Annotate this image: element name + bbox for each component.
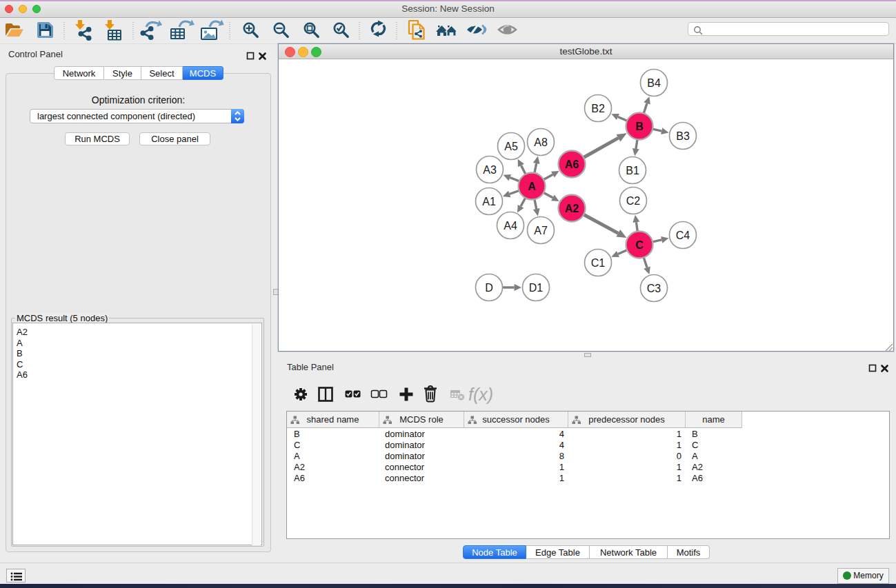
svg-text:A8: A8 <box>534 136 548 148</box>
svg-text:C1: C1 <box>591 257 606 269</box>
svg-text:C3: C3 <box>647 283 661 294</box>
svg-text:B1: B1 <box>626 165 639 176</box>
svg-text:A3: A3 <box>483 164 497 176</box>
svg-text:B2: B2 <box>591 103 605 114</box>
svg-text:A6: A6 <box>565 159 579 170</box>
svg-text:C: C <box>635 239 644 251</box>
svg-text:A7: A7 <box>534 225 548 236</box>
svg-text:A4: A4 <box>504 220 517 232</box>
svg-text:A: A <box>528 181 536 192</box>
svg-text:C4: C4 <box>676 230 690 241</box>
svg-text:B: B <box>635 121 644 132</box>
svg-text:B4: B4 <box>647 77 661 89</box>
svg-text:B3: B3 <box>676 130 690 142</box>
svg-text:A1: A1 <box>482 196 496 207</box>
svg-text:D1: D1 <box>529 282 544 294</box>
svg-text:f(x): f(x) <box>468 385 493 404</box>
svg-text:A2: A2 <box>565 203 579 214</box>
svg-text:C2: C2 <box>626 195 641 207</box>
svg-text:A5: A5 <box>504 141 518 152</box>
svg-text:D: D <box>485 282 493 294</box>
